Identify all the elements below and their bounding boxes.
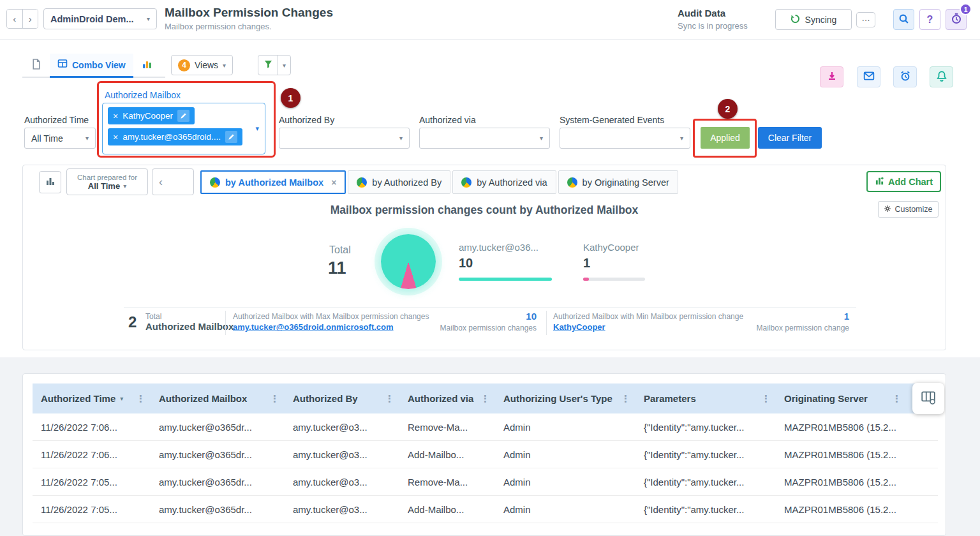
applied-button[interactable]: Applied [701, 127, 750, 149]
authorized-time-select[interactable]: All Time ▾ [24, 128, 96, 149]
filter-funnel-button[interactable] [258, 56, 278, 75]
chevron-down-icon: ▾ [147, 15, 150, 22]
table-row[interactable]: 11/26/2022 7:06... amy.tucker@o365dr... … [33, 413, 938, 441]
chart-tabs-scroll-left[interactable]: ‹ [152, 168, 194, 195]
cell-authorized-time: 11/26/2022 7:05... [33, 496, 151, 523]
pie-chart-icon [461, 177, 471, 188]
total-value: 11 [328, 258, 346, 278]
top-header: ‹ › AdminDroid Dem... ▾ Mailbox Permissi… [0, 0, 980, 40]
schedule-report-button[interactable] [893, 66, 917, 87]
summary-max-value-block: 10 Mailbox permission changes [434, 311, 537, 332]
authorized-via-select[interactable]: ▾ [419, 128, 550, 149]
chart-tab-label: by Authorized via [477, 177, 547, 188]
filter-chip[interactable]: × KathyCooper [108, 107, 195, 124]
close-tab-icon[interactable]: × [331, 177, 336, 188]
pie-chart-icon [357, 177, 367, 188]
cell-parameters: {"Identity":"amy.tucker... [635, 496, 776, 523]
remove-chip-icon[interactable]: × [113, 111, 118, 121]
column-menu-icon[interactable]: ⋮ [136, 393, 151, 405]
column-menu-icon[interactable]: ⋮ [480, 393, 495, 405]
cell-parameters: {"Identity":"amy.tucker... [635, 468, 776, 495]
pie-chart[interactable] [381, 234, 436, 289]
tab-chart-view[interactable] [133, 54, 161, 77]
system-generated-events-select[interactable]: ▾ [560, 128, 690, 149]
org-name: AdminDroid Dem... [50, 14, 134, 24]
cell-authorized-mailbox: amy.tucker@o365dr... [151, 496, 285, 523]
authorized-mailbox-label: Authorized Mailbox [105, 90, 181, 100]
pie-chart-icon [567, 177, 577, 188]
column-menu-icon[interactable]: ⋮ [892, 393, 907, 405]
document-icon [31, 59, 41, 71]
sort-caret-icon[interactable]: ▾ [120, 395, 123, 402]
chart-tab-originating-server[interactable]: by Originating Server [558, 170, 678, 194]
edit-pencil-icon[interactable] [177, 110, 189, 122]
chart-period-label: Chart prepared for [77, 174, 137, 181]
legend-name: KathyCooper [583, 242, 639, 253]
filter-chip[interactable]: × amy.tucker@o365droid.... [108, 128, 242, 145]
summary-max-link[interactable]: amy.tucker@o365droid.onmicrosoft.com [233, 322, 394, 332]
table-row[interactable]: 11/26/2022 7:05... amy.tucker@o365dr... … [33, 468, 938, 496]
table-row[interactable]: 11/26/2022 7:05... amy.tucker@o365dr... … [33, 496, 938, 523]
page-subtitle: Mailbox permission changes. [165, 22, 333, 31]
column-menu-icon[interactable]: ⋮ [270, 393, 285, 405]
clear-filter-button[interactable]: Clear Filter [758, 127, 822, 149]
chart-tab-authorized-via[interactable]: by Authorized via [452, 170, 556, 194]
filter-caret-button[interactable]: ▾ [278, 56, 290, 75]
mail-icon [863, 70, 875, 84]
syncing-button[interactable]: Syncing [775, 9, 852, 30]
help-button[interactable]: ? [919, 9, 940, 30]
chart-tab-authorized-by[interactable]: by Authorized By [348, 170, 450, 194]
column-header-parameters[interactable]: Parameters ⋮ [635, 383, 776, 413]
page-title-block: Mailbox Permission Changes Mailbox permi… [165, 6, 333, 31]
chevron-down-icon: ▾ [540, 135, 543, 142]
bars-icon [45, 176, 56, 188]
tab-report-view[interactable] [22, 54, 50, 77]
chart-period-selector[interactable]: Chart prepared for All Time ▾ [66, 168, 148, 195]
search-button[interactable] [893, 9, 914, 30]
column-menu-icon[interactable]: ⋮ [621, 393, 635, 405]
legend-bar [459, 278, 552, 281]
chevron-down-icon: ▾ [680, 135, 683, 142]
column-header-authorized-by[interactable]: Authorized By ⋮ [285, 383, 399, 413]
add-chart-label: Add Chart [888, 177, 933, 187]
tab-combo-view[interactable]: Combo View [50, 54, 133, 78]
authorized-mailbox-multiselect[interactable]: × KathyCooper × amy.tucker@o365droid....… [102, 103, 265, 154]
forward-button[interactable]: › [23, 10, 38, 28]
export-download-button[interactable] [820, 66, 843, 87]
column-menu-icon[interactable]: ⋮ [761, 393, 776, 405]
cell-authorized-via: Remove-Ma... [399, 413, 495, 440]
chevron-down-icon: ▾ [223, 62, 226, 69]
column-header-authorized-time[interactable]: Authorized Time ▾ ⋮ [33, 383, 151, 413]
column-header-authorized-mailbox[interactable]: Authorized Mailbox ⋮ [151, 383, 285, 413]
remove-chip-icon[interactable]: × [113, 132, 118, 142]
alarm-clock-icon [900, 70, 911, 84]
more-options-button[interactable]: ⋯ [856, 12, 875, 27]
column-menu-icon[interactable]: ⋮ [385, 393, 399, 405]
table-columns-icon [921, 390, 936, 407]
history-nav: ‹ › [6, 9, 38, 29]
alerts-button[interactable] [930, 66, 953, 87]
syncing-label: Syncing [805, 15, 837, 25]
chart-tab-authorized-mailbox[interactable]: by Authorized Mailbox × [200, 170, 346, 194]
cell-authorizing-users-type: Admin [495, 413, 635, 440]
column-header-authorized-via[interactable]: Authorized via ⋮ [399, 383, 495, 413]
summary-min-link[interactable]: KathyCooper [553, 322, 605, 332]
column-chooser-button[interactable] [912, 383, 944, 414]
pie-chart-icon [210, 177, 220, 188]
cell-authorized-time: 11/26/2022 7:06... [33, 441, 151, 468]
back-button[interactable]: ‹ [7, 10, 23, 28]
views-dropdown[interactable]: 4 Views ▾ [171, 55, 233, 75]
column-label: Originating Server [784, 393, 868, 404]
chevron-down-icon[interactable]: ▾ [255, 124, 259, 133]
email-report-button[interactable] [857, 66, 880, 87]
authorized-by-select[interactable]: ▾ [279, 128, 410, 149]
chart-type-button[interactable] [39, 171, 61, 193]
org-selector[interactable]: AdminDroid Dem... ▾ [43, 8, 157, 29]
edit-pencil-icon[interactable] [225, 131, 237, 143]
column-header-authorizing-users-type[interactable]: Authorizing User's Type ⋮ [495, 383, 635, 413]
column-label: Authorized via [408, 393, 473, 404]
column-header-originating-server[interactable]: Originating Server ⋮ [776, 383, 907, 413]
cell-authorized-by: amy.tucker@o3... [285, 496, 399, 523]
table-row[interactable]: 11/26/2022 7:06... amy.tucker@o365dr... … [33, 441, 938, 468]
add-chart-button[interactable]: Add Chart [866, 171, 941, 192]
